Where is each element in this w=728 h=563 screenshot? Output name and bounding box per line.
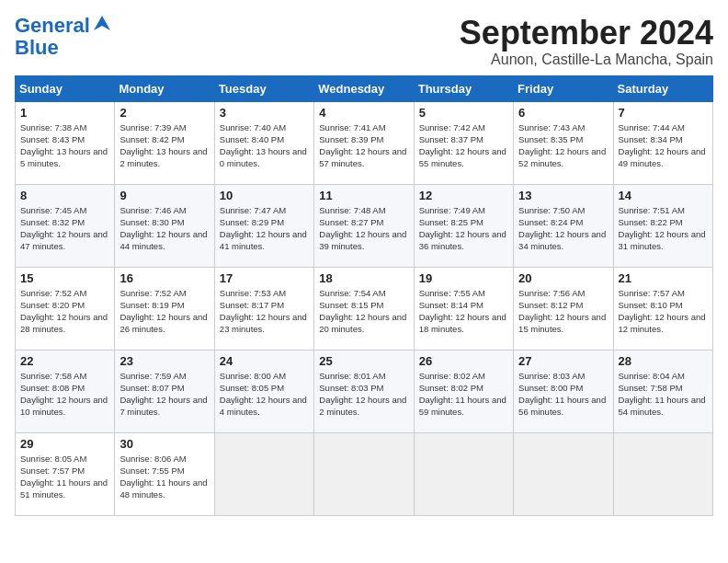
- day-number: 28: [619, 354, 708, 368]
- day-info: Sunrise: 7:54 AMSunset: 8:15 PMDaylight:…: [319, 287, 408, 336]
- day-number: 11: [319, 189, 408, 202]
- day-number: 30: [119, 437, 209, 451]
- day-info: Sunrise: 7:50 AMSunset: 8:24 PMDaylight:…: [518, 204, 608, 253]
- logo-blue: Blue: [15, 37, 59, 59]
- calendar-cell: 26Sunrise: 8:02 AMSunset: 8:02 PMDayligh…: [414, 350, 513, 432]
- day-number: 26: [419, 354, 508, 368]
- calendar-cell: 14Sunrise: 7:51 AMSunset: 8:22 PMDayligh…: [613, 184, 712, 267]
- col-header-thursday: Thursday: [414, 75, 513, 101]
- day-info: Sunrise: 8:05 AMSunset: 7:57 PMDaylight:…: [20, 453, 109, 501]
- day-info: Sunrise: 8:04 AMSunset: 7:58 PMDaylight:…: [619, 370, 708, 419]
- day-number: 2: [119, 106, 209, 120]
- day-number: 29: [20, 437, 109, 451]
- day-number: 22: [20, 354, 109, 368]
- day-info: Sunrise: 7:38 AMSunset: 8:43 PMDaylight:…: [20, 121, 109, 170]
- calendar-cell: [414, 432, 513, 515]
- calendar-cell: 22Sunrise: 7:58 AMSunset: 8:08 PMDayligh…: [16, 350, 115, 432]
- day-number: 27: [518, 354, 608, 368]
- day-info: Sunrise: 7:59 AMSunset: 8:07 PMDaylight:…: [119, 370, 209, 419]
- day-number: 4: [319, 106, 408, 120]
- logo-general: General: [15, 14, 90, 37]
- svg-marker-0: [94, 16, 110, 30]
- calendar-cell: 23Sunrise: 7:59 AMSunset: 8:07 PMDayligh…: [115, 350, 214, 432]
- calendar-cell: 19Sunrise: 7:55 AMSunset: 8:14 PMDayligh…: [414, 267, 513, 350]
- day-info: Sunrise: 7:56 AMSunset: 8:12 PMDaylight:…: [518, 287, 608, 336]
- calendar-cell: 17Sunrise: 7:53 AMSunset: 8:17 PMDayligh…: [214, 267, 313, 350]
- day-number: 13: [518, 189, 608, 202]
- calendar-cell: 16Sunrise: 7:52 AMSunset: 8:19 PMDayligh…: [115, 267, 214, 350]
- day-info: Sunrise: 8:00 AMSunset: 8:05 PMDaylight:…: [220, 370, 309, 419]
- col-header-saturday: Saturday: [613, 75, 712, 101]
- calendar-cell: 4Sunrise: 7:41 AMSunset: 8:39 PMDaylight…: [314, 101, 414, 184]
- calendar-cell: 2Sunrise: 7:39 AMSunset: 8:42 PMDaylight…: [115, 101, 214, 184]
- calendar-cell: 25Sunrise: 8:01 AMSunset: 8:03 PMDayligh…: [314, 350, 414, 432]
- calendar-cell: 6Sunrise: 7:43 AMSunset: 8:35 PMDaylight…: [514, 101, 613, 184]
- header: General Blue September 2024 Aunon, Casti…: [15, 15, 713, 68]
- day-number: 6: [518, 106, 608, 120]
- calendar-cell: 9Sunrise: 7:46 AMSunset: 8:30 PMDaylight…: [115, 184, 214, 267]
- day-number: 18: [319, 271, 408, 285]
- col-header-friday: Friday: [514, 75, 613, 101]
- day-number: 20: [518, 271, 608, 285]
- day-info: Sunrise: 7:40 AMSunset: 8:40 PMDaylight:…: [220, 121, 309, 170]
- day-info: Sunrise: 7:44 AMSunset: 8:34 PMDaylight:…: [619, 121, 708, 170]
- day-number: 8: [20, 189, 109, 202]
- day-info: Sunrise: 7:52 AMSunset: 8:20 PMDaylight:…: [20, 287, 109, 336]
- day-number: 10: [220, 189, 309, 202]
- calendar-cell: 28Sunrise: 8:04 AMSunset: 7:58 PMDayligh…: [613, 350, 712, 432]
- col-header-sunday: Sunday: [16, 75, 115, 101]
- location-title: Aunon, Castille-La Mancha, Spain: [460, 52, 713, 68]
- day-info: Sunrise: 7:51 AMSunset: 8:22 PMDaylight:…: [619, 204, 708, 253]
- calendar-cell: 30Sunrise: 8:06 AMSunset: 7:55 PMDayligh…: [115, 432, 214, 515]
- calendar-cell: 1Sunrise: 7:38 AMSunset: 8:43 PMDaylight…: [16, 101, 115, 184]
- title-area: September 2024 Aunon, Castille-La Mancha…: [460, 15, 713, 68]
- day-info: Sunrise: 7:41 AMSunset: 8:39 PMDaylight:…: [319, 121, 408, 170]
- day-number: 16: [119, 271, 209, 285]
- day-number: 23: [119, 354, 209, 368]
- logo-icon: [92, 14, 112, 34]
- day-number: 24: [220, 354, 309, 368]
- calendar-cell: 24Sunrise: 8:00 AMSunset: 8:05 PMDayligh…: [214, 350, 313, 432]
- calendar-cell: [514, 432, 613, 515]
- day-info: Sunrise: 7:43 AMSunset: 8:35 PMDaylight:…: [518, 121, 608, 170]
- day-number: 19: [419, 271, 508, 285]
- day-info: Sunrise: 7:58 AMSunset: 8:08 PMDaylight:…: [20, 370, 109, 419]
- day-number: 21: [619, 271, 708, 285]
- calendar-cell: 5Sunrise: 7:42 AMSunset: 8:37 PMDaylight…: [414, 101, 513, 184]
- calendar-table: SundayMondayTuesdayWednesdayThursdayFrid…: [15, 75, 713, 516]
- day-info: Sunrise: 8:02 AMSunset: 8:02 PMDaylight:…: [419, 370, 508, 419]
- day-info: Sunrise: 7:57 AMSunset: 8:10 PMDaylight:…: [619, 287, 708, 336]
- day-info: Sunrise: 7:46 AMSunset: 8:30 PMDaylight:…: [119, 204, 209, 253]
- day-info: Sunrise: 7:39 AMSunset: 8:42 PMDaylight:…: [119, 121, 209, 170]
- calendar-cell: [314, 432, 414, 515]
- calendar-cell: 10Sunrise: 7:47 AMSunset: 8:29 PMDayligh…: [214, 184, 313, 267]
- calendar-cell: 18Sunrise: 7:54 AMSunset: 8:15 PMDayligh…: [314, 267, 414, 350]
- day-info: Sunrise: 8:06 AMSunset: 7:55 PMDaylight:…: [119, 453, 209, 501]
- day-number: 7: [619, 106, 708, 120]
- day-number: 14: [619, 189, 708, 202]
- calendar-cell: 29Sunrise: 8:05 AMSunset: 7:57 PMDayligh…: [16, 432, 115, 515]
- calendar-cell: [613, 432, 712, 515]
- calendar-cell: 20Sunrise: 7:56 AMSunset: 8:12 PMDayligh…: [514, 267, 613, 350]
- day-info: Sunrise: 7:52 AMSunset: 8:19 PMDaylight:…: [119, 287, 209, 336]
- calendar-cell: 8Sunrise: 7:45 AMSunset: 8:32 PMDaylight…: [16, 184, 115, 267]
- col-header-monday: Monday: [115, 75, 214, 101]
- day-info: Sunrise: 8:03 AMSunset: 8:00 PMDaylight:…: [518, 370, 608, 419]
- day-info: Sunrise: 7:53 AMSunset: 8:17 PMDaylight:…: [220, 287, 309, 336]
- day-number: 3: [220, 106, 309, 120]
- month-title: September 2024: [460, 15, 713, 52]
- day-number: 25: [319, 354, 408, 368]
- day-number: 1: [20, 106, 109, 120]
- day-info: Sunrise: 7:55 AMSunset: 8:14 PMDaylight:…: [419, 287, 508, 336]
- day-info: Sunrise: 7:47 AMSunset: 8:29 PMDaylight:…: [220, 204, 309, 253]
- calendar-cell: 7Sunrise: 7:44 AMSunset: 8:34 PMDaylight…: [613, 101, 712, 184]
- day-info: Sunrise: 7:48 AMSunset: 8:27 PMDaylight:…: [319, 204, 408, 253]
- logo: General Blue: [15, 15, 112, 59]
- day-number: 17: [220, 271, 309, 285]
- day-info: Sunrise: 7:42 AMSunset: 8:37 PMDaylight:…: [419, 121, 508, 170]
- col-header-wednesday: Wednesday: [314, 75, 414, 101]
- day-number: 15: [20, 271, 109, 285]
- calendar-cell: [214, 432, 313, 515]
- calendar-cell: 11Sunrise: 7:48 AMSunset: 8:27 PMDayligh…: [314, 184, 414, 267]
- calendar-cell: 15Sunrise: 7:52 AMSunset: 8:20 PMDayligh…: [16, 267, 115, 350]
